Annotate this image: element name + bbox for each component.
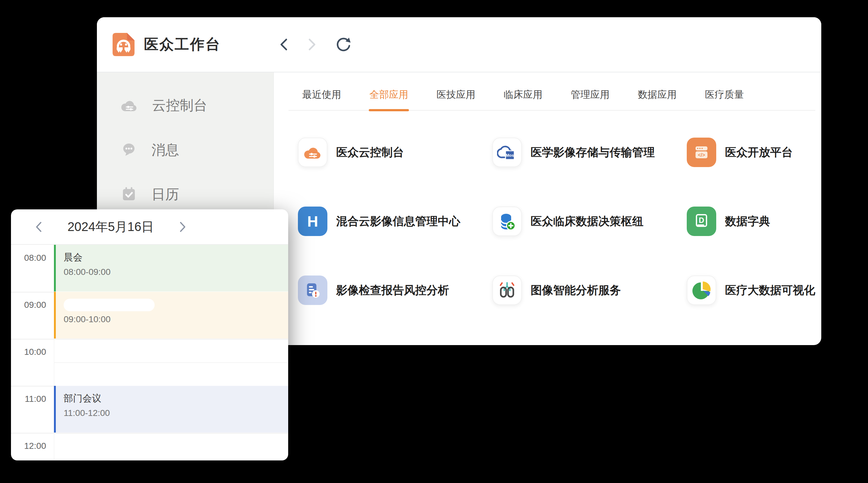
tab-recently-used[interactable]: 最近使用: [302, 88, 341, 110]
tab-bar: 最近使用 全部应用 医技应用 临床应用 管理应用 数据应用 医疗质量: [288, 88, 815, 110]
tab-all-apps[interactable]: 全部应用: [369, 88, 408, 110]
pie-chart-icon: [687, 276, 716, 305]
event-title: 晨会: [64, 251, 288, 264]
calendar-check-icon: [120, 186, 138, 203]
icon-glyph-text: H: [307, 213, 318, 230]
app-open-platform[interactable]: </> 医众开放平台: [687, 138, 815, 167]
main-content: 最近使用 全部应用 医技应用 临床应用 管理应用 数据应用 医疗质量: [274, 72, 821, 345]
event-time: 11:00-12:00: [64, 408, 288, 418]
app-image-ai-service[interactable]: 图像智能分析服务: [492, 276, 687, 305]
app-pacs[interactable]: Mos 医学影像存储与传输管理: [492, 138, 687, 167]
redacted-event-title-pill: [64, 299, 155, 311]
back-button[interactable]: [279, 37, 289, 52]
tab-admin-apps[interactable]: 管理应用: [571, 88, 610, 110]
calendar-event-department-meeting[interactable]: 部门会议 11:00-12:00: [54, 386, 288, 432]
icon-glyph-text: D: [699, 216, 704, 224]
app-data-dictionary[interactable]: D 数据字典: [687, 206, 815, 236]
browser-code-icon: </>: [687, 138, 716, 167]
event-time: 09:00-10:00: [64, 314, 288, 324]
app-hybrid-cloud-center[interactable]: H 混合云影像信息管理中心: [298, 206, 492, 236]
green-dictionary-icon: D: [687, 206, 716, 236]
app-cloud-console[interactable]: 医众云控制台: [298, 138, 492, 167]
cloud-console-icon: [120, 97, 138, 113]
event-title: 部门会议: [64, 392, 288, 405]
time-label: 11:00: [11, 394, 46, 404]
tab-data-apps[interactable]: 数据应用: [638, 88, 677, 110]
time-label: 12:00: [11, 441, 46, 451]
app-label: 医学影像存储与传输管理: [531, 145, 655, 160]
icon-glyph-text: </>: [698, 152, 705, 158]
app-label: 医众临床数据决策枢纽: [531, 214, 644, 229]
day-calendar-panel: 2024年5月16日 08:00 09:00 10:00 11:00 12:00…: [11, 210, 288, 460]
calendar-prev-button[interactable]: [34, 220, 43, 233]
app-label: 数据字典: [725, 214, 770, 229]
tab-medical-quality[interactable]: 医疗质量: [705, 88, 744, 110]
calendar-event-morning-meeting[interactable]: 晨会 08:00-09:00: [54, 245, 288, 291]
sidebar-item-label: 云控制台: [152, 96, 207, 115]
app-logo: [113, 33, 134, 56]
app-label: 混合云影像信息管理中心: [336, 214, 460, 229]
hour-gridline: [11, 433, 288, 433]
window-title: 医众工作台: [144, 35, 221, 54]
calendar-body: 08:00 09:00 10:00 11:00 12:00 晨会 08:00-0…: [11, 245, 288, 460]
calendar-header: 2024年5月16日: [11, 210, 288, 245]
time-label: 08:00: [11, 253, 46, 263]
app-label: 医众云控制台: [336, 145, 404, 160]
tab-clinical-apps[interactable]: 临床应用: [504, 88, 542, 110]
forward-button[interactable]: [307, 37, 317, 52]
sidebar-item-cloud-console[interactable]: 云控制台: [97, 83, 274, 128]
event-time: 08:00-09:00: [64, 267, 288, 277]
half-hour-gridline: [54, 362, 288, 363]
report-warning-icon: [298, 276, 328, 305]
app-label: 医疗大数据可视化: [725, 283, 815, 298]
sidebar-item-label: 消息: [151, 141, 179, 159]
calendar-event-redacted[interactable]: 09:00-10:00: [54, 292, 288, 339]
app-report-risk-analysis[interactable]: 影像检查报告风控分析: [298, 276, 492, 305]
app-big-data-visualization[interactable]: 医疗大数据可视化: [687, 276, 815, 305]
browser-nav-group: [279, 37, 351, 52]
sidebar-item-label: 日历: [151, 185, 179, 204]
apps-grid: 医众云控制台 Mos 医学影像存储与传输管理: [298, 138, 815, 305]
blue-h-tile-icon: H: [298, 206, 328, 236]
message-bubble-icon: [120, 141, 138, 159]
sidebar-item-messages[interactable]: 消息: [97, 128, 274, 172]
app-label: 影像检查报告风控分析: [336, 283, 449, 298]
calendar-date-title: 2024年5月16日: [43, 218, 178, 235]
refresh-button[interactable]: [335, 37, 351, 52]
window-header: 医众工作台: [97, 17, 821, 72]
icon-badge-text: Mos: [506, 153, 514, 158]
app-clinical-data-hub[interactable]: 医众临床数据决策枢纽: [492, 206, 687, 236]
database-plus-icon: [492, 206, 522, 236]
orange-cloud-sliders-icon: [298, 138, 328, 167]
app-label: 图像智能分析服务: [531, 283, 621, 298]
tab-medtech-apps[interactable]: 医技应用: [436, 88, 475, 110]
time-label: 10:00: [11, 347, 46, 357]
blue-cloud-box-icon: Mos: [492, 138, 522, 167]
app-label: 医众开放平台: [725, 145, 793, 160]
hour-gridline: [11, 339, 288, 340]
lungs-icon: [492, 276, 522, 305]
time-label: 09:00: [11, 300, 46, 310]
calendar-next-button[interactable]: [178, 220, 187, 233]
